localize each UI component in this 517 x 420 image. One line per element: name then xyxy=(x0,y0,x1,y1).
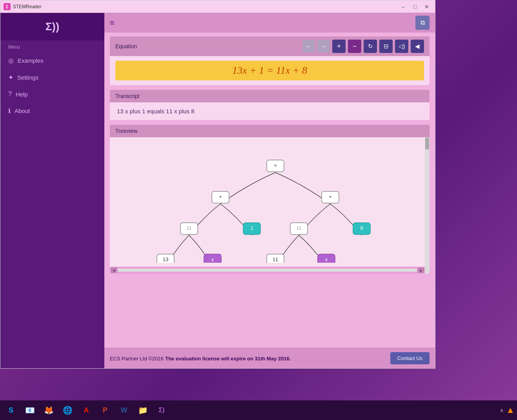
node-13-label: 13 xyxy=(162,256,168,262)
scroll-right-button[interactable]: ▸ xyxy=(418,267,424,273)
close-button[interactable]: ✕ xyxy=(422,3,432,11)
scroll-track xyxy=(118,269,417,272)
equation-display: 13x + 1 = 11x + 8 xyxy=(110,56,430,85)
sidebar-item-examples[interactable]: ◎ Examples xyxy=(0,52,104,69)
node-x-left-label: x xyxy=(211,256,214,262)
equation-section: Equation ← → + − ↻ ⊟ ◁) ◀ xyxy=(110,36,430,85)
main-content: ≡ ⧉ Equation ← → + − ↻ ⊟ xyxy=(104,13,435,368)
external-link-button[interactable]: ⧉ xyxy=(415,16,430,30)
copyright-text: ECS Partner Ltd ©2016 xyxy=(110,356,164,362)
examples-icon: ◎ xyxy=(8,57,14,64)
treeview-header: Treeview xyxy=(110,125,430,137)
about-icon: ℹ xyxy=(8,107,11,115)
equation-formula: 13x + 1 = 11x + 8 xyxy=(115,61,424,80)
taskbar-chrome[interactable]: 🌐 xyxy=(59,402,76,418)
sidebar-logo: Σ)) xyxy=(46,20,59,33)
taskbar-word[interactable]: W xyxy=(115,402,133,418)
vertical-scrollbar[interactable] xyxy=(425,137,430,274)
minimize-button[interactable]: – xyxy=(398,3,408,11)
contact-us-button[interactable]: Contact Us xyxy=(390,352,430,364)
eq-book-button[interactable]: ⊟ xyxy=(379,40,393,53)
treeview-title: Treeview xyxy=(115,128,137,134)
sidebar-item-settings[interactable]: ✦ Settings xyxy=(0,69,104,86)
sidebar: Σ)) Menu ◎ Examples ✦ Settings ? Help ℹ xyxy=(0,13,104,368)
title-bar: Σ STEMReader – □ ✕ xyxy=(0,0,435,13)
scrollbar-thumb[interactable] xyxy=(425,138,429,149)
license-warning: The evaluation license will expire on 31… xyxy=(165,356,291,362)
node-eq-label: = xyxy=(274,162,277,168)
window-controls: – □ ✕ xyxy=(398,3,432,11)
sidebar-item-help[interactable]: ? Help xyxy=(0,86,104,102)
node-1-label: 1 xyxy=(250,225,253,231)
title-bar-left: Σ STEMReader xyxy=(4,3,42,10)
footer: ECS Partner Ltd ©2016 The evaluation lic… xyxy=(104,348,435,368)
treeview-body: = + + □ xyxy=(110,137,425,267)
tree-diagram: = + + □ xyxy=(115,141,421,263)
sidebar-nav: ◎ Examples ✦ Settings ? Help ℹ About xyxy=(0,52,104,119)
scroll-left-button[interactable]: ◂ xyxy=(111,267,117,273)
taskbar-outlook[interactable]: 📧 xyxy=(21,402,38,418)
sidebar-item-help-label: Help xyxy=(16,91,28,98)
treeview-section: Treeview xyxy=(110,125,430,274)
horizontal-scrollbar[interactable]: ◂ ▸ xyxy=(110,267,425,274)
top-bar: ≡ ⧉ xyxy=(104,13,435,33)
equation-toolbar: ← → + − ↻ ⊟ ◁) ◀ xyxy=(302,40,424,53)
hamburger-button[interactable]: ≡ xyxy=(110,18,115,27)
taskbar: S 📧 🦊 🌐 A P W 📁 Σ) ∧ ▲ xyxy=(0,400,517,420)
eq-speaker-button[interactable]: ◁) xyxy=(395,40,408,53)
app-window: Σ STEMReader – □ ✕ Σ)) Menu ◎ Examples ✦ xyxy=(0,0,435,369)
app-content: Σ)) Menu ◎ Examples ✦ Settings ? Help ℹ xyxy=(0,13,435,368)
sidebar-item-examples-label: Examples xyxy=(18,57,44,64)
taskbar-acrobat[interactable]: A xyxy=(78,402,95,418)
eq-refresh-button[interactable]: ↻ xyxy=(364,40,377,53)
footer-text: ECS Partner Ltd ©2016 The evaluation lic… xyxy=(110,355,291,362)
node-mult-right-label: □ xyxy=(297,225,300,231)
treeview-container: = + + □ xyxy=(110,137,430,274)
transcript-title: Transcript xyxy=(115,93,140,99)
treeview-content: = + + □ xyxy=(110,137,425,274)
taskbar-stemreader[interactable]: Σ) xyxy=(153,402,170,418)
node-plus-left-label: + xyxy=(219,194,222,200)
node-x-right-label: x xyxy=(325,256,328,262)
eq-plus-button[interactable]: + xyxy=(332,40,346,53)
window-title: STEMReader xyxy=(13,4,42,9)
node-11-label: 11 xyxy=(272,256,278,262)
taskbar-up-arrow[interactable]: ▲ xyxy=(506,405,515,415)
help-icon: ? xyxy=(8,91,12,98)
node-8-label: 8 xyxy=(360,225,363,231)
node-mult-left-label: □ xyxy=(188,225,191,231)
eq-back-button[interactable]: ◀ xyxy=(411,40,424,53)
taskbar-firefox[interactable]: 🦊 xyxy=(40,402,57,418)
settings-icon: ✦ xyxy=(8,74,13,81)
transcript-body: 13 x plus 1 equals 11 x plus 8 xyxy=(110,102,430,120)
node-plus-right-label: + xyxy=(329,194,332,200)
sidebar-header: Σ)) xyxy=(0,13,104,40)
taskbar-chevron-icon[interactable]: ∧ xyxy=(500,407,504,413)
transcript-section: Transcript 13 x plus 1 equals 11 x plus … xyxy=(110,90,430,120)
taskbar-powerpoint[interactable]: P xyxy=(96,402,114,418)
app-icon: Σ xyxy=(4,3,11,10)
sidebar-item-settings-label: Settings xyxy=(17,74,38,81)
eq-next-button[interactable]: → xyxy=(317,40,330,53)
eq-minus-button[interactable]: − xyxy=(348,40,361,53)
equation-header: Equation ← → + − ↻ ⊟ ◁) ◀ xyxy=(110,36,430,56)
transcript-text: 13 x plus 1 equals 11 x plus 8 xyxy=(110,102,430,120)
eq-prev-button[interactable]: ← xyxy=(302,40,315,53)
sections-area: Equation ← → + − ↻ ⊟ ◁) ◀ xyxy=(104,33,435,348)
sidebar-item-about[interactable]: ℹ About xyxy=(0,102,104,119)
taskbar-skype[interactable]: S xyxy=(2,402,20,418)
taskbar-right: ∧ ▲ xyxy=(500,405,515,415)
taskbar-folder[interactable]: 📁 xyxy=(134,402,151,418)
sidebar-item-about-label: About xyxy=(15,107,30,114)
sidebar-menu-label: Menu xyxy=(0,40,104,52)
transcript-header: Transcript xyxy=(110,90,430,102)
maximize-button[interactable]: □ xyxy=(410,3,420,11)
equation-title: Equation xyxy=(115,43,137,49)
